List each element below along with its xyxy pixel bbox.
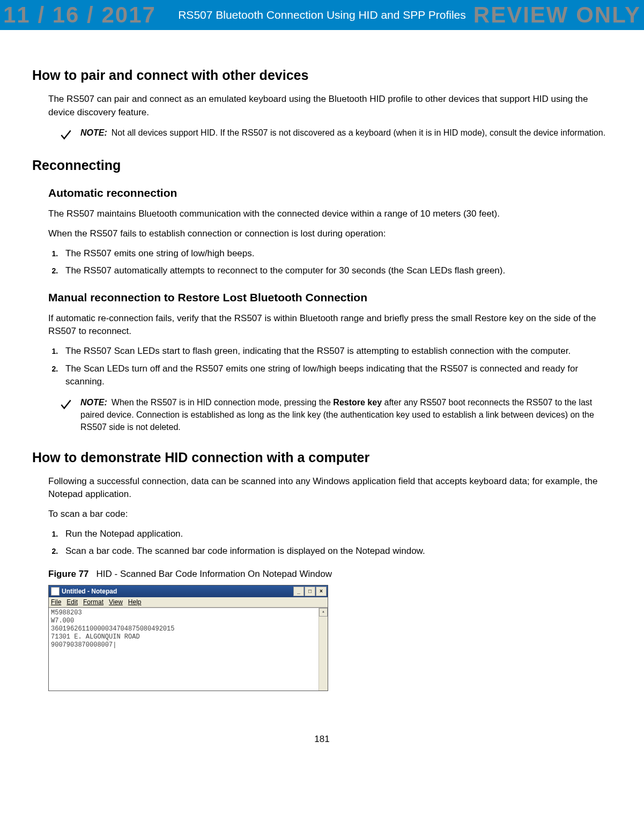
- scroll-up-icon[interactable]: ▴: [319, 608, 328, 617]
- auto-p2: When the RS507 fails to establish connec…: [48, 227, 612, 241]
- header-title: RS507 Bluetooth Connection Using HID and…: [178, 9, 466, 21]
- checkmark-icon: [59, 128, 73, 142]
- titlebar-left: Untitled - Notepad: [51, 587, 117, 596]
- notepad-title: Untitled - Notepad: [62, 588, 117, 595]
- note-block-pair: NOTE:Not all devices support HID. If the…: [59, 127, 612, 142]
- maximize-button[interactable]: □: [305, 587, 315, 596]
- menu-file[interactable]: File: [51, 598, 61, 606]
- pair-text: The RS507 can pair and connect as an emu…: [48, 93, 612, 119]
- demo-p1: Following a successful connection, data …: [48, 475, 612, 501]
- note-body: Not all devices support HID. If the RS50…: [112, 128, 605, 137]
- demo-p2: To scan a bar code:: [48, 508, 612, 521]
- notepad-titlebar: Untitled - Notepad _ □ ×: [49, 585, 328, 597]
- note-label: NOTE:: [80, 398, 107, 407]
- list-item: The RS507 automatically attempts to reco…: [60, 264, 612, 278]
- menu-help[interactable]: Help: [128, 598, 142, 606]
- figure-caption: Figure 77HID - Scanned Bar Code Informat…: [48, 569, 612, 580]
- document-header: RS507 Bluetooth Connection Using HID and…: [0, 0, 644, 30]
- close-button[interactable]: ×: [316, 587, 327, 596]
- document-icon: [51, 587, 60, 596]
- menu-view[interactable]: View: [109, 598, 123, 606]
- page-number: 181: [0, 734, 644, 755]
- note-block-manual: NOTE:When the RS507 is in HID connection…: [59, 396, 612, 434]
- list-item: The Scan LEDs turn off and the RS507 emi…: [60, 362, 612, 389]
- scrollbar[interactable]: ▴: [319, 608, 328, 691]
- list-item: Scan a bar code. The scanned bar code in…: [60, 545, 612, 558]
- manual-steps: The RS507 Scan LEDs start to flash green…: [48, 345, 612, 389]
- notepad-text-area[interactable]: M5988203 W7.000 360196261100000347048750…: [49, 607, 328, 691]
- list-item: Run the Notepad application.: [60, 528, 612, 541]
- subsection-auto-title: Automatic reconnection: [48, 187, 612, 199]
- demo-steps: Run the Notepad application. Scan a bar …: [48, 528, 612, 558]
- menu-format[interactable]: Format: [83, 598, 103, 606]
- minimize-button[interactable]: _: [293, 587, 304, 596]
- figure-text: HID - Scanned Bar Code Information On No…: [97, 569, 332, 579]
- subsection-manual-title: Manual reconnection to Restore Lost Blue…: [48, 291, 612, 304]
- notepad-menubar: File Edit Format View Help: [49, 597, 328, 607]
- checkmark-icon: [59, 397, 73, 411]
- notepad-content: M5988203 W7.000 360196261100000347048750…: [51, 609, 174, 649]
- page-content: How to pair and connect with other devic…: [0, 30, 644, 702]
- note-text-pair: NOTE:Not all devices support HID. If the…: [80, 127, 605, 139]
- notepad-window: Untitled - Notepad _ □ × File Edit Forma…: [48, 585, 328, 691]
- manual-p1: If automatic re-connection fails, verify…: [48, 312, 612, 338]
- note-pre: When the RS507 is in HID connection mode…: [112, 398, 334, 407]
- window-controls: _ □ ×: [293, 587, 327, 596]
- section-title-reconnect: Reconnecting: [32, 158, 612, 173]
- list-item: The RS507 Scan LEDs start to flash green…: [60, 345, 612, 358]
- section-title-demo: How to demonstrate HID connection with a…: [32, 450, 612, 465]
- section-title-pair: How to pair and connect with other devic…: [32, 68, 612, 83]
- auto-steps: The RS507 emits one string of low/high b…: [48, 247, 612, 278]
- note-bold: Restore key: [333, 398, 382, 407]
- note-text-manual: NOTE:When the RS507 is in HID connection…: [80, 396, 612, 434]
- note-label: NOTE:: [80, 128, 107, 137]
- menu-edit[interactable]: Edit: [66, 598, 78, 606]
- figure-label: Figure 77: [48, 569, 89, 579]
- list-item: The RS507 emits one string of low/high b…: [60, 247, 612, 261]
- auto-p1: The RS507 maintains Bluetooth communicat…: [48, 207, 612, 221]
